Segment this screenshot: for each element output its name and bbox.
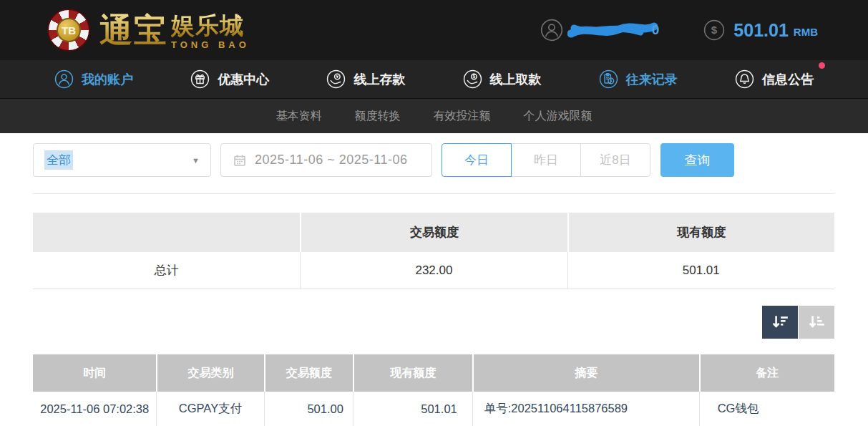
svg-text:$: $ [711,24,718,36]
records-header-trade-amount: 交易额度 [264,354,353,392]
filter-row: 全部 ▼ 2025-11-06 ~ 2025-11-06 今日 昨日 近8日 查… [33,143,834,177]
deposit-icon [326,69,346,89]
transaction-type-select[interactable]: 全部 ▼ [33,143,211,177]
search-button[interactable]: 查询 [660,143,734,177]
logo-title-main: 通宝 [99,9,168,52]
records-table: 时间 交易类别 交易额度 现有额度 摘要 备注 2025-11-06 07:02… [33,354,834,426]
summary-current-amount-value: 501.01 [567,252,834,289]
nav-label: 我的账户 [82,71,133,88]
summary-total-row: 总计 232.00 501.01 [33,252,834,289]
main-nav: 我的账户 优惠中心 线上存款 $ 线上取款 [0,60,868,98]
record-trade-amount: 501.00 [264,392,353,426]
main-content: 全部 ▼ 2025-11-06 ~ 2025-11-06 今日 昨日 近8日 查… [0,133,868,426]
balance-amount: 501.01 [733,20,788,41]
user-circle-icon [54,69,74,89]
records-icon [599,69,618,89]
summary-header-trade-amount: 交易额度 [300,213,567,252]
range-yesterday-button[interactable]: 昨日 [511,143,581,177]
section-divider [33,193,834,194]
table-row: 2025-11-06 07:02:38 CGPAY支付 501.00 501.0… [33,392,834,426]
records-header-summary: 摘要 [472,354,699,392]
records-header-current-amount: 现有额度 [353,354,472,392]
username-display[interactable]: 0 [540,19,660,42]
quick-range-group: 今日 昨日 近8日 [442,143,650,177]
sort-descending-icon [771,313,789,331]
record-summary: 单号:202511064115876589 [472,392,699,426]
date-range-value: 2025-11-06 ~ 2025-11-06 [255,153,408,168]
subnav-item-valid-bets[interactable]: 有效投注额 [434,109,491,124]
nav-label: 线上取款 [490,71,542,88]
site-logo[interactable]: TB 通宝 娱乐城 TONG BAO [47,9,250,52]
gift-icon [190,69,210,89]
range-last8days-button[interactable]: 近8日 [580,143,650,177]
nav-item-my-account[interactable]: 我的账户 [54,69,133,89]
nav-item-transaction-records[interactable]: 往来记录 [599,69,678,89]
record-time: 2025-11-06 07:02:38 [33,392,156,426]
nav-label: 线上存款 [353,71,405,88]
subnav-item-basic-info[interactable]: 基本资料 [276,109,322,124]
logo-title-rest: 娱乐城 [171,13,250,39]
record-category: CGPAY支付 [156,392,263,426]
subnav-item-credit-transfer[interactable]: 额度转换 [355,109,401,124]
username-suffix: 0 [652,22,660,38]
date-range-input[interactable]: 2025-11-06 ~ 2025-11-06 [220,143,432,177]
nav-item-announcements[interactable]: 信息公告 [735,69,814,89]
summary-table: 交易额度 现有额度 总计 232.00 501.01 [33,213,834,289]
withdraw-icon: $ [463,69,482,89]
balance-display[interactable]: $ 501.01 RMB [703,19,818,41]
nav-item-deposit[interactable]: 线上存款 [326,69,405,89]
record-current-amount: 501.01 [353,392,472,426]
casino-chip-icon: TB [47,9,90,52]
top-header: TB 通宝 娱乐城 TONG BAO 0 [0,0,868,60]
nav-label: 信息公告 [762,71,814,88]
summary-header-current-amount: 现有额度 [567,213,834,252]
logo-subtitle: TONG BAO [171,39,250,50]
notification-dot [819,62,825,69]
nav-item-withdraw[interactable]: $ 线上取款 [463,69,542,89]
subnav-item-game-limits[interactable]: 个人游戏限额 [524,109,593,124]
account-subnav: 基本资料 额度转换 有效投注额 个人游戏限额 [0,98,868,133]
chevron-down-icon: ▼ [192,156,200,165]
range-today-button[interactable]: 今日 [442,143,512,177]
sort-controls [33,306,834,339]
nav-label: 往来记录 [626,71,678,88]
calendar-icon [233,153,247,168]
records-header-remark: 备注 [699,354,834,392]
select-value: 全部 [44,150,73,170]
summary-header-blank [33,213,300,252]
user-icon [540,19,563,42]
svg-text:$: $ [472,74,475,79]
nav-label: 优惠中心 [218,71,269,88]
bell-icon [735,69,754,89]
records-header-category: 交易类别 [156,354,263,392]
records-header-time: 时间 [33,354,156,392]
redaction-scribble [567,19,658,42]
sort-ascending-button[interactable] [799,306,834,339]
chip-monogram: TB [57,18,81,42]
records-header-row: 时间 交易类别 交易额度 现有额度 摘要 备注 [33,354,834,392]
summary-trade-amount-value: 232.00 [300,252,567,289]
nav-item-promotions[interactable]: 优惠中心 [190,69,269,89]
dollar-icon: $ [703,19,725,41]
record-remark: CG钱包 [699,392,834,426]
logo-text: 通宝 娱乐城 TONG BAO [99,9,250,52]
summary-header-row: 交易额度 现有额度 [33,213,834,252]
sort-ascending-icon [807,313,826,331]
sort-descending-button[interactable] [762,306,798,339]
summary-total-label: 总计 [33,252,300,289]
balance-currency: RMB [794,26,818,38]
